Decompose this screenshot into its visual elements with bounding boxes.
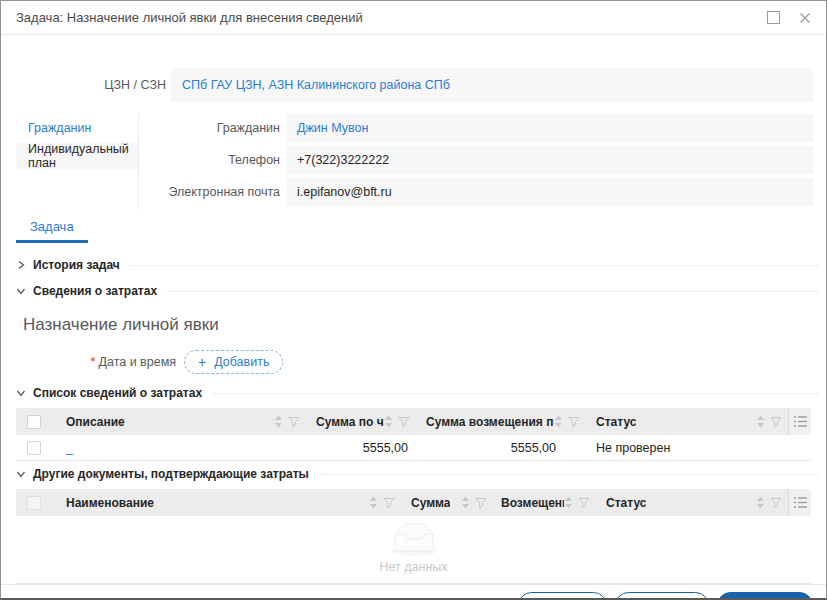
section-divider bbox=[167, 291, 819, 292]
col-refund-amount: Сумма возмещения по чеку bbox=[416, 408, 586, 435]
citizen-fields: Гражданин Джин Мувон Телефон +7(322)3222… bbox=[139, 114, 813, 210]
empty-state: Нет данных bbox=[16, 516, 811, 584]
section-title: Сведения о затратах bbox=[33, 284, 157, 298]
sort-icon[interactable] bbox=[384, 415, 393, 428]
section-divider bbox=[319, 474, 819, 475]
citizen-block: Гражданин Индивидуальный план Гражданин … bbox=[16, 114, 813, 210]
section-divider bbox=[130, 265, 819, 266]
chevron-right-icon bbox=[16, 260, 26, 270]
chevron-down-icon bbox=[16, 286, 26, 296]
docs-table: Наименование Сумма Возмещение bbox=[16, 489, 811, 584]
tab-task[interactable]: Задача bbox=[16, 212, 88, 243]
save-button[interactable]: Сохранить bbox=[615, 592, 709, 598]
sort-icon[interactable] bbox=[461, 496, 470, 509]
column-settings-icon[interactable] bbox=[788, 489, 811, 516]
czn-field-row: ЦЗН / СЗН СПб ГАУ ЦЗН, АЗН Калининского … bbox=[1, 68, 813, 102]
sort-icon[interactable] bbox=[554, 415, 563, 428]
add-datetime-button[interactable]: + Добавить bbox=[184, 350, 283, 374]
row-checkbox[interactable] bbox=[27, 441, 41, 455]
phone-label: Телефон bbox=[139, 153, 287, 167]
sort-icon[interactable] bbox=[756, 496, 765, 509]
czn-value-field: СПб ГАУ ЦЗН, АЗН Калининского района СПб bbox=[171, 68, 813, 102]
email-field: i.epifanov@bft.ru bbox=[287, 178, 813, 206]
dialog-title: Задача: Назначение личной явки для внесе… bbox=[16, 10, 767, 25]
cell-receipt-amount: 5555,00 bbox=[306, 441, 416, 455]
email-label: Электронная почта bbox=[139, 185, 287, 199]
empty-inbox-icon bbox=[388, 523, 440, 557]
main-tabs: Задача bbox=[16, 212, 826, 243]
field-row-phone: Телефон +7(322)3222222 bbox=[139, 146, 813, 174]
section-task-history[interactable]: История задач bbox=[16, 258, 819, 272]
col-amount-icons bbox=[461, 489, 491, 516]
execute-button[interactable]: Выполнить bbox=[717, 592, 813, 598]
select-all-checkbox-disabled bbox=[27, 496, 41, 510]
sidebar-item-citizen[interactable]: Гражданин bbox=[16, 114, 138, 142]
sort-icon[interactable] bbox=[564, 496, 573, 509]
col-amount: Сумма bbox=[401, 489, 461, 516]
chevron-down-icon bbox=[16, 469, 26, 479]
filter-icon[interactable] bbox=[770, 416, 782, 428]
table-row: _ 5555,00 5555,00 Не проверен bbox=[16, 435, 811, 461]
section-divider bbox=[212, 393, 819, 394]
header-check-cell bbox=[16, 408, 51, 435]
dialog-titlebar: Задача: Назначение личной явки для внесе… bbox=[1, 1, 826, 35]
expense-table-header: Описание Сумма по чеку Сумма возмещения … bbox=[16, 408, 811, 435]
page-title: Назначение личной явки bbox=[23, 315, 826, 335]
col-receipt-amount: Сумма по чеку bbox=[306, 408, 416, 435]
czn-link[interactable]: СПб ГАУ ЦЗН, АЗН Калининского района СПб bbox=[182, 78, 450, 92]
col-status: Статус bbox=[596, 489, 788, 516]
czn-label: ЦЗН / СЗН bbox=[1, 78, 166, 92]
window-controls bbox=[767, 11, 811, 24]
row-check-cell bbox=[16, 441, 51, 455]
filter-icon[interactable] bbox=[568, 416, 580, 428]
task-dialog: Задача: Назначение личной явки для внесе… bbox=[0, 0, 827, 600]
filter-icon[interactable] bbox=[398, 416, 410, 428]
cancel-button[interactable]: Отменить bbox=[518, 592, 607, 598]
field-row-citizen: Гражданин Джин Мувон bbox=[139, 114, 813, 142]
phone-field: +7(322)3222222 bbox=[287, 146, 813, 174]
col-name: Наименование bbox=[51, 489, 401, 516]
expense-table: Описание Сумма по чеку Сумма возмещения … bbox=[16, 408, 811, 461]
section-title: История задач bbox=[33, 258, 120, 272]
close-icon[interactable] bbox=[799, 12, 811, 24]
filter-icon[interactable] bbox=[383, 497, 395, 509]
citizen-name-link[interactable]: Джин Мувон bbox=[297, 121, 368, 135]
filter-icon[interactable] bbox=[770, 497, 782, 509]
col-description: Описание bbox=[51, 408, 306, 435]
sort-icon[interactable] bbox=[274, 415, 283, 428]
section-expense-info[interactable]: Сведения о затратах bbox=[16, 284, 819, 298]
sidebar-item-individual-plan[interactable]: Индивидуальный план bbox=[16, 142, 138, 170]
datetime-label: *Дата и время bbox=[1, 355, 176, 369]
citizen-name-field: Джин Мувон bbox=[287, 114, 813, 142]
select-all-checkbox[interactable] bbox=[27, 415, 41, 429]
column-settings-icon[interactable] bbox=[788, 408, 811, 435]
required-asterisk: * bbox=[91, 355, 96, 369]
header-check-cell bbox=[16, 489, 51, 516]
side-tabs: Гражданин Индивидуальный план bbox=[16, 114, 139, 210]
dialog-content: ЦЗН / СЗН СПб ГАУ ЦЗН, АЗН Калининского … bbox=[1, 35, 826, 598]
col-status: Статус bbox=[586, 408, 788, 435]
sort-icon[interactable] bbox=[369, 496, 378, 509]
plus-icon: + bbox=[198, 357, 206, 367]
empty-state-text: Нет данных bbox=[379, 560, 447, 574]
section-expense-list[interactable]: Список сведений о затратах bbox=[16, 386, 819, 400]
add-button-label: Добавить bbox=[214, 355, 269, 369]
sort-icon[interactable] bbox=[756, 415, 765, 428]
filter-icon[interactable] bbox=[475, 497, 487, 509]
datetime-row: *Дата и время + Добавить bbox=[1, 350, 826, 374]
section-other-docs[interactable]: Другие документы, подтверждающие затраты bbox=[16, 467, 819, 481]
section-title: Другие документы, подтверждающие затраты bbox=[33, 467, 309, 481]
citizen-name-label: Гражданин bbox=[139, 121, 287, 135]
docs-table-header: Наименование Сумма Возмещение bbox=[16, 489, 811, 516]
cell-refund-amount: 5555,00 bbox=[416, 441, 586, 455]
datetime-label-text: Дата и время bbox=[98, 355, 176, 369]
filter-icon[interactable] bbox=[578, 497, 590, 509]
col-refund: Возмещение bbox=[491, 489, 596, 516]
maximize-icon[interactable] bbox=[767, 11, 780, 24]
chevron-down-icon bbox=[16, 388, 26, 398]
dialog-footer: Отменить Сохранить Выполнить bbox=[1, 584, 826, 598]
section-title: Список сведений о затратах bbox=[33, 386, 202, 400]
expense-row-link[interactable]: _ bbox=[66, 441, 73, 455]
cell-status: Не проверен bbox=[586, 441, 789, 455]
filter-icon[interactable] bbox=[288, 416, 300, 428]
